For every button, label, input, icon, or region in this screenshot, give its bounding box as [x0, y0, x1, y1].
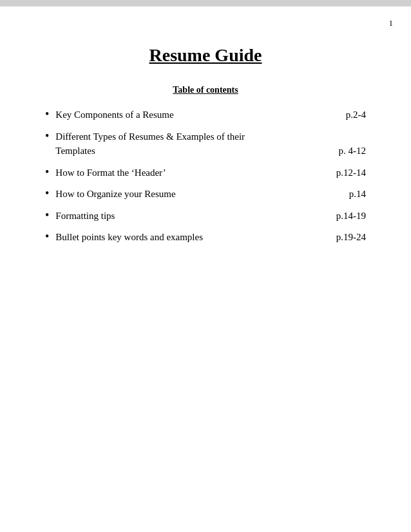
toc-item-1-page: p.2-4: [346, 108, 366, 122]
toc-item-4: • How to Organize your Resume p.14: [45, 186, 366, 202]
toc-item-3: • How to Format the ‘Header’ p.12-14: [45, 165, 366, 180]
toc-list: • Key Components of a Resume p.2-4 • Dif…: [45, 107, 366, 245]
bullet-icon-1: •: [45, 107, 49, 122]
page-number: 1: [389, 18, 394, 28]
toc-item-4-text: How to Organize your Resume: [55, 187, 349, 202]
toc-item-1: • Key Components of a Resume p.2-4: [45, 107, 366, 122]
bullet-icon-5: •: [45, 208, 49, 223]
toc-item-5-page: p.14-19: [336, 209, 366, 223]
toc-item-5: • Formatting tips p.14-19: [45, 208, 366, 223]
toc-item-3-page: p.12-14: [336, 166, 366, 180]
toc-item-6-page: p.19-24: [336, 230, 366, 245]
toc-item-2-line1: Different Types of Resumes & Examples of…: [55, 129, 366, 144]
bullet-icon-6: •: [45, 229, 49, 244]
bullet-icon-2: •: [45, 129, 49, 144]
toc-item-4-page: p.14: [349, 187, 366, 202]
document-title: Resume Guide: [45, 45, 366, 66]
toc-item-6-text: Bullet points key words and examples: [55, 230, 336, 245]
toc-item-2-page: p. 4-12: [339, 144, 367, 158]
toc-item-6: • Bullet points key words and examples p…: [45, 229, 366, 245]
toc-heading: Table of contents: [45, 85, 366, 95]
document-page: 1 Resume Guide Table of contents • Key C…: [0, 6, 411, 532]
toc-item-2: • Different Types of Resumes & Examples …: [45, 129, 366, 158]
toc-item-1-text: Key Components of a Resume: [55, 108, 345, 122]
bullet-icon-4: •: [45, 186, 49, 201]
toc-item-5-text: Formatting tips: [55, 209, 336, 223]
toc-item-2-line2: Templates: [55, 144, 95, 158]
toc-item-3-text: How to Format the ‘Header’: [55, 166, 336, 180]
bullet-icon-3: •: [45, 165, 49, 180]
